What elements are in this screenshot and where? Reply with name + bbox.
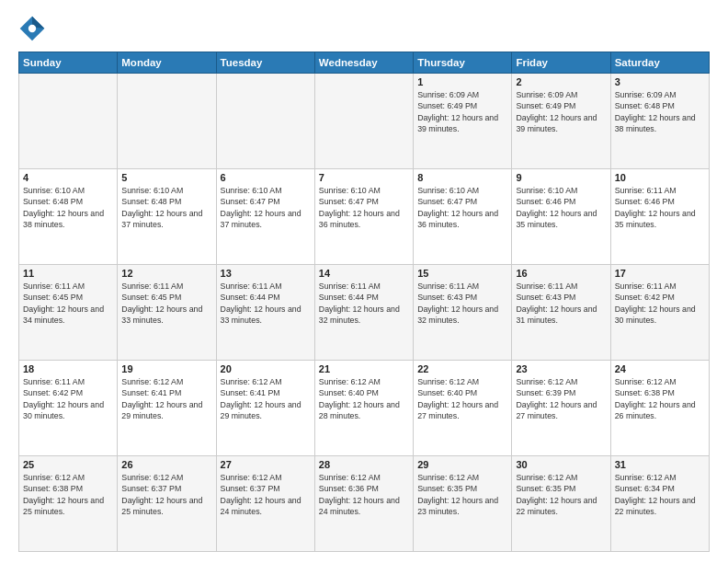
week-row-4: 25Sunrise: 6:12 AM Sunset: 6:38 PM Dayli… (19, 456, 710, 552)
day-number: 9 (516, 172, 606, 183)
week-row-1: 4Sunrise: 6:10 AM Sunset: 6:48 PM Daylig… (19, 169, 710, 265)
day-info: Sunrise: 6:12 AM Sunset: 6:40 PM Dayligh… (319, 376, 409, 421)
day-info: Sunrise: 6:10 AM Sunset: 6:47 PM Dayligh… (417, 185, 507, 230)
day-info: Sunrise: 6:12 AM Sunset: 6:40 PM Dayligh… (417, 376, 507, 421)
day-number: 27 (221, 459, 311, 470)
calendar-table: SundayMondayTuesdayWednesdayThursdayFrid… (18, 52, 710, 552)
day-number: 17 (615, 268, 705, 279)
calendar-cell: 20Sunrise: 6:12 AM Sunset: 6:41 PM Dayli… (216, 361, 314, 456)
calendar-cell: 11Sunrise: 6:11 AM Sunset: 6:45 PM Dayli… (19, 265, 118, 361)
calendar-cell: 6Sunrise: 6:10 AM Sunset: 6:47 PM Daylig… (216, 169, 314, 265)
day-number: 6 (221, 172, 311, 183)
calendar-cell: 21Sunrise: 6:12 AM Sunset: 6:40 PM Dayli… (314, 361, 413, 456)
calendar-cell: 25Sunrise: 6:12 AM Sunset: 6:38 PM Dayli… (19, 456, 118, 552)
calendar-cell: 7Sunrise: 6:10 AM Sunset: 6:47 PM Daylig… (314, 169, 413, 265)
day-info: Sunrise: 6:12 AM Sunset: 6:35 PM Dayligh… (417, 472, 507, 517)
day-info: Sunrise: 6:11 AM Sunset: 6:43 PM Dayligh… (516, 281, 606, 326)
day-number: 8 (417, 172, 507, 183)
day-info: Sunrise: 6:10 AM Sunset: 6:46 PM Dayligh… (516, 185, 606, 230)
page: SundayMondayTuesdayWednesdayThursdayFrid… (0, 0, 728, 563)
logo (18, 15, 50, 42)
day-number: 12 (121, 268, 211, 279)
calendar-cell: 10Sunrise: 6:11 AM Sunset: 6:46 PM Dayli… (610, 169, 709, 265)
calendar-cell: 18Sunrise: 6:11 AM Sunset: 6:42 PM Dayli… (19, 361, 118, 456)
calendar-cell (118, 74, 216, 169)
week-row-0: 1Sunrise: 6:09 AM Sunset: 6:49 PM Daylig… (19, 74, 710, 169)
calendar-cell: 3Sunrise: 6:09 AM Sunset: 6:48 PM Daylig… (610, 74, 709, 169)
day-info: Sunrise: 6:09 AM Sunset: 6:49 PM Dayligh… (516, 89, 606, 134)
day-number: 14 (319, 268, 409, 279)
day-number: 22 (417, 363, 507, 374)
day-number: 11 (23, 268, 113, 279)
calendar-cell: 22Sunrise: 6:12 AM Sunset: 6:40 PM Dayli… (414, 361, 512, 456)
day-header-wednesday: Wednesday (314, 52, 413, 74)
day-number: 4 (23, 172, 113, 183)
day-info: Sunrise: 6:12 AM Sunset: 6:36 PM Dayligh… (319, 472, 409, 517)
day-number: 16 (516, 268, 606, 279)
calendar-cell: 14Sunrise: 6:11 AM Sunset: 6:44 PM Dayli… (314, 265, 413, 361)
day-info: Sunrise: 6:11 AM Sunset: 6:45 PM Dayligh… (23, 281, 113, 326)
calendar-cell: 2Sunrise: 6:09 AM Sunset: 6:49 PM Daylig… (512, 74, 610, 169)
day-number: 15 (417, 268, 507, 279)
day-header-friday: Friday (512, 52, 610, 74)
calendar-cell: 17Sunrise: 6:11 AM Sunset: 6:42 PM Dayli… (610, 265, 709, 361)
calendar-cell: 19Sunrise: 6:12 AM Sunset: 6:41 PM Dayli… (118, 361, 216, 456)
day-info: Sunrise: 6:11 AM Sunset: 6:42 PM Dayligh… (615, 281, 705, 326)
calendar-cell: 29Sunrise: 6:12 AM Sunset: 6:35 PM Dayli… (414, 456, 512, 552)
calendar-cell (19, 74, 118, 169)
day-number: 29 (417, 459, 507, 470)
calendar-cell: 4Sunrise: 6:10 AM Sunset: 6:48 PM Daylig… (19, 169, 118, 265)
calendar-cell: 31Sunrise: 6:12 AM Sunset: 6:34 PM Dayli… (610, 456, 709, 552)
day-number: 30 (516, 459, 606, 470)
calendar-cell (216, 74, 314, 169)
calendar-cell: 27Sunrise: 6:12 AM Sunset: 6:37 PM Dayli… (216, 456, 314, 552)
day-number: 10 (615, 172, 705, 183)
header (18, 15, 710, 42)
day-info: Sunrise: 6:12 AM Sunset: 6:39 PM Dayligh… (516, 376, 606, 421)
day-info: Sunrise: 6:11 AM Sunset: 6:42 PM Dayligh… (23, 376, 113, 421)
calendar-cell: 24Sunrise: 6:12 AM Sunset: 6:38 PM Dayli… (610, 361, 709, 456)
day-number: 20 (221, 363, 311, 374)
day-info: Sunrise: 6:10 AM Sunset: 6:48 PM Dayligh… (23, 185, 113, 230)
day-info: Sunrise: 6:12 AM Sunset: 6:34 PM Dayligh… (615, 472, 705, 517)
calendar-cell: 28Sunrise: 6:12 AM Sunset: 6:36 PM Dayli… (314, 456, 413, 552)
day-info: Sunrise: 6:11 AM Sunset: 6:45 PM Dayligh… (121, 281, 211, 326)
day-info: Sunrise: 6:11 AM Sunset: 6:43 PM Dayligh… (417, 281, 507, 326)
day-info: Sunrise: 6:12 AM Sunset: 6:37 PM Dayligh… (121, 472, 211, 517)
day-info: Sunrise: 6:12 AM Sunset: 6:38 PM Dayligh… (615, 376, 705, 421)
day-number: 2 (516, 76, 606, 87)
day-number: 28 (319, 459, 409, 470)
day-number: 24 (615, 363, 705, 374)
week-row-3: 18Sunrise: 6:11 AM Sunset: 6:42 PM Dayli… (19, 361, 710, 456)
calendar-cell (314, 74, 413, 169)
day-number: 19 (121, 363, 211, 374)
calendar-cell: 1Sunrise: 6:09 AM Sunset: 6:49 PM Daylig… (414, 74, 512, 169)
day-header-sunday: Sunday (19, 52, 118, 74)
day-number: 21 (319, 363, 409, 374)
calendar-cell: 15Sunrise: 6:11 AM Sunset: 6:43 PM Dayli… (414, 265, 512, 361)
day-info: Sunrise: 6:09 AM Sunset: 6:49 PM Dayligh… (417, 89, 507, 134)
calendar-cell: 9Sunrise: 6:10 AM Sunset: 6:46 PM Daylig… (512, 169, 610, 265)
day-info: Sunrise: 6:10 AM Sunset: 6:47 PM Dayligh… (319, 185, 409, 230)
day-header-monday: Monday (118, 52, 216, 74)
day-info: Sunrise: 6:11 AM Sunset: 6:46 PM Dayligh… (615, 185, 705, 230)
svg-point-2 (28, 25, 36, 32)
day-number: 3 (615, 76, 705, 87)
calendar-cell: 26Sunrise: 6:12 AM Sunset: 6:37 PM Dayli… (118, 456, 216, 552)
day-info: Sunrise: 6:10 AM Sunset: 6:47 PM Dayligh… (221, 185, 311, 230)
week-row-2: 11Sunrise: 6:11 AM Sunset: 6:45 PM Dayli… (19, 265, 710, 361)
calendar-header: SundayMondayTuesdayWednesdayThursdayFrid… (19, 52, 710, 74)
day-info: Sunrise: 6:10 AM Sunset: 6:48 PM Dayligh… (121, 185, 211, 230)
day-info: Sunrise: 6:12 AM Sunset: 6:41 PM Dayligh… (121, 376, 211, 421)
calendar-cell: 12Sunrise: 6:11 AM Sunset: 6:45 PM Dayli… (118, 265, 216, 361)
calendar-cell: 8Sunrise: 6:10 AM Sunset: 6:47 PM Daylig… (414, 169, 512, 265)
day-number: 31 (615, 459, 705, 470)
logo-icon (18, 15, 46, 42)
day-header-thursday: Thursday (414, 52, 512, 74)
days-header-row: SundayMondayTuesdayWednesdayThursdayFrid… (19, 52, 710, 74)
day-info: Sunrise: 6:12 AM Sunset: 6:37 PM Dayligh… (221, 472, 311, 517)
day-info: Sunrise: 6:11 AM Sunset: 6:44 PM Dayligh… (319, 281, 409, 326)
calendar-body: 1Sunrise: 6:09 AM Sunset: 6:49 PM Daylig… (19, 74, 710, 552)
day-number: 25 (23, 459, 113, 470)
day-number: 23 (516, 363, 606, 374)
